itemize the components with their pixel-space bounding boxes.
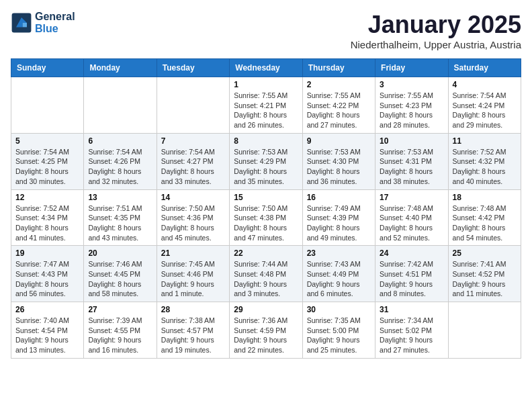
weekday-header-saturday: Saturday (448, 59, 521, 77)
calendar-cell: 13Sunrise: 7:51 AM Sunset: 4:35 PM Dayli… (84, 189, 157, 246)
day-detail: Sunrise: 7:48 AM Sunset: 4:40 PM Dayligh… (380, 203, 443, 243)
calendar-cell: 21Sunrise: 7:45 AM Sunset: 4:46 PM Dayli… (157, 246, 229, 302)
day-detail: Sunrise: 7:36 AM Sunset: 4:59 PM Dayligh… (234, 316, 298, 355)
calendar-cell: 5Sunrise: 7:54 AM Sunset: 4:25 PM Daylig… (11, 133, 84, 189)
logo-text: General Blue (35, 11, 75, 35)
day-number: 10 (380, 136, 443, 146)
calendar-cell: 19Sunrise: 7:47 AM Sunset: 4:43 PM Dayli… (11, 246, 84, 302)
day-number: 6 (88, 136, 152, 146)
calendar-cell: 4Sunrise: 7:54 AM Sunset: 4:24 PM Daylig… (448, 77, 521, 134)
week-row-2: 5Sunrise: 7:54 AM Sunset: 4:25 PM Daylig… (11, 133, 521, 189)
day-number: 18 (453, 193, 517, 202)
calendar-cell: 1Sunrise: 7:55 AM Sunset: 4:21 PM Daylig… (230, 77, 302, 134)
day-number: 27 (88, 305, 152, 314)
day-number: 29 (234, 305, 298, 314)
day-detail: Sunrise: 7:46 AM Sunset: 4:45 PM Dayligh… (88, 259, 152, 299)
month-title: January 2025 (351, 11, 521, 39)
day-detail: Sunrise: 7:45 AM Sunset: 4:46 PM Dayligh… (161, 259, 225, 299)
weekday-header-row: SundayMondayTuesdayWednesdayThursdayFrid… (11, 59, 521, 77)
day-detail: Sunrise: 7:50 AM Sunset: 4:36 PM Dayligh… (161, 203, 225, 243)
day-detail: Sunrise: 7:41 AM Sunset: 4:52 PM Dayligh… (453, 259, 517, 299)
calendar-cell: 28Sunrise: 7:38 AM Sunset: 4:57 PM Dayli… (157, 302, 229, 359)
day-detail: Sunrise: 7:52 AM Sunset: 4:34 PM Dayligh… (15, 203, 79, 243)
calendar-cell (84, 77, 157, 134)
day-detail: Sunrise: 7:54 AM Sunset: 4:24 PM Dayligh… (453, 91, 517, 130)
day-number: 12 (15, 193, 79, 202)
calendar-table: SundayMondayTuesdayWednesdayThursdayFrid… (11, 58, 521, 359)
page-header: General Blue January 2025 Niederthalheim… (11, 11, 521, 50)
day-number: 17 (380, 193, 443, 202)
calendar-cell (157, 77, 229, 134)
day-number: 22 (234, 248, 298, 258)
weekday-header-sunday: Sunday (11, 59, 84, 77)
day-number: 9 (307, 136, 371, 146)
week-row-3: 12Sunrise: 7:52 AM Sunset: 4:34 PM Dayli… (11, 189, 521, 246)
day-detail: Sunrise: 7:51 AM Sunset: 4:35 PM Dayligh… (88, 203, 152, 243)
weekday-header-monday: Monday (84, 59, 157, 77)
calendar-cell: 3Sunrise: 7:55 AM Sunset: 4:23 PM Daylig… (375, 77, 448, 134)
day-number: 28 (161, 305, 225, 314)
calendar-cell: 6Sunrise: 7:54 AM Sunset: 4:26 PM Daylig… (84, 133, 157, 189)
week-row-1: 1Sunrise: 7:55 AM Sunset: 4:21 PM Daylig… (11, 77, 521, 134)
day-number: 8 (234, 136, 298, 146)
day-number: 21 (161, 248, 225, 258)
calendar-cell: 15Sunrise: 7:50 AM Sunset: 4:38 PM Dayli… (230, 189, 302, 246)
calendar-cell: 23Sunrise: 7:43 AM Sunset: 4:49 PM Dayli… (302, 246, 375, 302)
day-number: 13 (88, 193, 152, 202)
day-detail: Sunrise: 7:43 AM Sunset: 4:49 PM Dayligh… (307, 259, 371, 299)
calendar-cell: 2Sunrise: 7:55 AM Sunset: 4:22 PM Daylig… (302, 77, 375, 134)
calendar-cell: 12Sunrise: 7:52 AM Sunset: 4:34 PM Dayli… (11, 189, 84, 246)
day-detail: Sunrise: 7:54 AM Sunset: 4:26 PM Dayligh… (88, 147, 152, 187)
day-detail: Sunrise: 7:47 AM Sunset: 4:43 PM Dayligh… (15, 259, 79, 299)
calendar-cell: 14Sunrise: 7:50 AM Sunset: 4:36 PM Dayli… (157, 189, 229, 246)
calendar-cell: 16Sunrise: 7:49 AM Sunset: 4:39 PM Dayli… (302, 189, 375, 246)
calendar-cell: 18Sunrise: 7:48 AM Sunset: 4:42 PM Dayli… (448, 189, 521, 246)
week-row-4: 19Sunrise: 7:47 AM Sunset: 4:43 PM Dayli… (11, 246, 521, 302)
title-area: January 2025 Niederthalheim, Upper Austr… (351, 11, 521, 50)
day-detail: Sunrise: 7:44 AM Sunset: 4:48 PM Dayligh… (234, 259, 298, 299)
day-detail: Sunrise: 7:55 AM Sunset: 4:23 PM Dayligh… (380, 91, 443, 130)
day-detail: Sunrise: 7:42 AM Sunset: 4:51 PM Dayligh… (380, 259, 443, 299)
calendar-cell: 30Sunrise: 7:35 AM Sunset: 5:00 PM Dayli… (302, 302, 375, 359)
weekday-header-friday: Friday (375, 59, 448, 77)
calendar-cell: 31Sunrise: 7:34 AM Sunset: 5:02 PM Dayli… (375, 302, 448, 359)
logo: General Blue (11, 11, 75, 35)
calendar-cell: 25Sunrise: 7:41 AM Sunset: 4:52 PM Dayli… (448, 246, 521, 302)
day-detail: Sunrise: 7:39 AM Sunset: 4:55 PM Dayligh… (88, 316, 152, 355)
day-number: 7 (161, 136, 225, 146)
day-number: 25 (453, 248, 517, 258)
day-detail: Sunrise: 7:53 AM Sunset: 4:31 PM Dayligh… (380, 147, 443, 187)
day-number: 15 (234, 193, 298, 202)
calendar-cell: 8Sunrise: 7:53 AM Sunset: 4:29 PM Daylig… (230, 133, 302, 189)
calendar-cell: 17Sunrise: 7:48 AM Sunset: 4:40 PM Dayli… (375, 189, 448, 246)
calendar-cell: 26Sunrise: 7:40 AM Sunset: 4:54 PM Dayli… (11, 302, 84, 359)
day-number: 4 (453, 80, 517, 89)
calendar-cell (448, 302, 521, 359)
calendar-cell: 24Sunrise: 7:42 AM Sunset: 4:51 PM Dayli… (375, 246, 448, 302)
weekday-header-tuesday: Tuesday (157, 59, 229, 77)
day-number: 20 (88, 248, 152, 258)
day-detail: Sunrise: 7:34 AM Sunset: 5:02 PM Dayligh… (380, 316, 443, 355)
calendar-cell: 7Sunrise: 7:54 AM Sunset: 4:27 PM Daylig… (157, 133, 229, 189)
day-detail: Sunrise: 7:53 AM Sunset: 4:30 PM Dayligh… (307, 147, 371, 187)
day-number: 5 (15, 136, 79, 146)
day-number: 16 (307, 193, 371, 202)
day-detail: Sunrise: 7:54 AM Sunset: 4:25 PM Dayligh… (15, 147, 79, 187)
calendar-cell: 10Sunrise: 7:53 AM Sunset: 4:31 PM Dayli… (375, 133, 448, 189)
calendar-cell: 20Sunrise: 7:46 AM Sunset: 4:45 PM Dayli… (84, 246, 157, 302)
weekday-header-thursday: Thursday (302, 59, 375, 77)
day-number: 19 (15, 248, 79, 258)
day-detail: Sunrise: 7:50 AM Sunset: 4:38 PM Dayligh… (234, 203, 298, 243)
day-detail: Sunrise: 7:55 AM Sunset: 4:22 PM Dayligh… (307, 91, 371, 130)
day-number: 26 (15, 305, 79, 314)
day-detail: Sunrise: 7:38 AM Sunset: 4:57 PM Dayligh… (161, 316, 225, 355)
calendar-cell: 9Sunrise: 7:53 AM Sunset: 4:30 PM Daylig… (302, 133, 375, 189)
day-number: 23 (307, 248, 371, 258)
day-detail: Sunrise: 7:53 AM Sunset: 4:29 PM Dayligh… (234, 147, 298, 187)
day-detail: Sunrise: 7:48 AM Sunset: 4:42 PM Dayligh… (453, 203, 517, 243)
day-detail: Sunrise: 7:40 AM Sunset: 4:54 PM Dayligh… (15, 316, 79, 355)
logo-icon (11, 12, 32, 34)
calendar-cell: 29Sunrise: 7:36 AM Sunset: 4:59 PM Dayli… (230, 302, 302, 359)
day-number: 14 (161, 193, 225, 202)
day-number: 31 (380, 305, 443, 314)
